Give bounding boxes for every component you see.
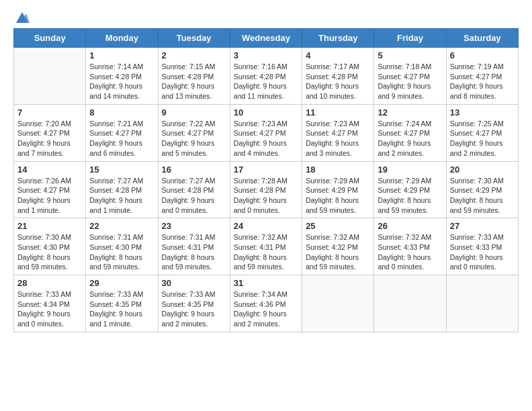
- day-info: Sunrise: 7:33 AM Sunset: 4:35 PM Dayligh…: [162, 289, 226, 329]
- calendar-header-wednesday: Wednesday: [230, 29, 302, 48]
- day-number: 1: [89, 50, 154, 60]
- calendar-week-2: 7Sunrise: 7:20 AM Sunset: 4:27 PM Daylig…: [14, 104, 519, 161]
- calendar-cell: [446, 275, 518, 332]
- calendar-header-saturday: Saturday: [446, 29, 518, 48]
- calendar-cell: 15Sunrise: 7:27 AM Sunset: 4:28 PM Dayli…: [86, 161, 158, 218]
- calendar-cell: [374, 275, 446, 332]
- calendar-cell: 31Sunrise: 7:34 AM Sunset: 4:36 PM Dayli…: [230, 275, 302, 332]
- calendar-cell: 30Sunrise: 7:33 AM Sunset: 4:35 PM Dayli…: [158, 275, 230, 332]
- calendar-week-4: 21Sunrise: 7:30 AM Sunset: 4:30 PM Dayli…: [14, 218, 519, 275]
- day-number: 28: [17, 278, 82, 288]
- day-number: 3: [234, 50, 298, 60]
- calendar-cell: 19Sunrise: 7:29 AM Sunset: 4:29 PM Dayli…: [374, 161, 446, 218]
- calendar-cell: 14Sunrise: 7:26 AM Sunset: 4:27 PM Dayli…: [14, 161, 86, 218]
- day-info: Sunrise: 7:31 AM Sunset: 4:31 PM Dayligh…: [162, 232, 226, 272]
- calendar: SundayMondayTuesdayWednesdayThursdayFrid…: [13, 28, 519, 332]
- calendar-cell: 26Sunrise: 7:32 AM Sunset: 4:33 PM Dayli…: [374, 218, 446, 275]
- day-info: Sunrise: 7:19 AM Sunset: 4:27 PM Dayligh…: [450, 62, 515, 101]
- day-info: Sunrise: 7:31 AM Sunset: 4:30 PM Dayligh…: [89, 232, 154, 272]
- day-number: 6: [450, 50, 515, 60]
- day-info: Sunrise: 7:28 AM Sunset: 4:28 PM Dayligh…: [234, 176, 298, 216]
- calendar-cell: 9Sunrise: 7:22 AM Sunset: 4:27 PM Daylig…: [158, 104, 230, 161]
- calendar-cell: 23Sunrise: 7:31 AM Sunset: 4:31 PM Dayli…: [158, 218, 230, 275]
- calendar-header-thursday: Thursday: [302, 29, 374, 48]
- day-number: 24: [234, 221, 298, 231]
- calendar-header-tuesday: Tuesday: [158, 29, 230, 48]
- calendar-cell: 1Sunrise: 7:14 AM Sunset: 4:28 PM Daylig…: [86, 48, 158, 105]
- logo-icon: [15, 11, 30, 24]
- day-number: 5: [378, 50, 442, 60]
- calendar-cell: 5Sunrise: 7:18 AM Sunset: 4:27 PM Daylig…: [374, 48, 446, 105]
- calendar-cell: [302, 275, 374, 332]
- day-number: 13: [450, 107, 515, 118]
- calendar-cell: 17Sunrise: 7:28 AM Sunset: 4:28 PM Dayli…: [230, 161, 302, 218]
- calendar-cell: 8Sunrise: 7:21 AM Sunset: 4:27 PM Daylig…: [86, 104, 158, 161]
- calendar-header-row: SundayMondayTuesdayWednesdayThursdayFrid…: [14, 29, 519, 48]
- calendar-cell: 18Sunrise: 7:29 AM Sunset: 4:29 PM Dayli…: [302, 161, 374, 218]
- day-number: 2: [162, 50, 226, 60]
- day-info: Sunrise: 7:33 AM Sunset: 4:34 PM Dayligh…: [17, 289, 82, 329]
- day-info: Sunrise: 7:34 AM Sunset: 4:36 PM Dayligh…: [234, 289, 298, 329]
- day-number: 30: [162, 278, 226, 288]
- calendar-cell: 7Sunrise: 7:20 AM Sunset: 4:27 PM Daylig…: [14, 104, 86, 161]
- calendar-cell: 25Sunrise: 7:32 AM Sunset: 4:32 PM Dayli…: [302, 218, 374, 275]
- day-number: 18: [306, 165, 370, 175]
- day-info: Sunrise: 7:21 AM Sunset: 4:27 PM Dayligh…: [89, 119, 154, 158]
- calendar-cell: 10Sunrise: 7:23 AM Sunset: 4:27 PM Dayli…: [230, 104, 302, 161]
- day-number: 22: [89, 221, 154, 231]
- day-info: Sunrise: 7:27 AM Sunset: 4:28 PM Dayligh…: [89, 176, 154, 216]
- day-info: Sunrise: 7:23 AM Sunset: 4:27 PM Dayligh…: [234, 119, 298, 158]
- calendar-cell: 2Sunrise: 7:15 AM Sunset: 4:28 PM Daylig…: [158, 48, 230, 105]
- calendar-cell: 4Sunrise: 7:17 AM Sunset: 4:28 PM Daylig…: [302, 48, 374, 105]
- calendar-week-5: 28Sunrise: 7:33 AM Sunset: 4:34 PM Dayli…: [14, 275, 519, 332]
- day-info: Sunrise: 7:33 AM Sunset: 4:33 PM Dayligh…: [450, 232, 515, 272]
- logo: [13, 13, 30, 24]
- day-number: 10: [234, 107, 298, 118]
- day-number: 9: [162, 107, 226, 118]
- day-number: 7: [17, 107, 82, 118]
- calendar-header-friday: Friday: [374, 29, 446, 48]
- calendar-cell: 12Sunrise: 7:24 AM Sunset: 4:27 PM Dayli…: [374, 104, 446, 161]
- calendar-cell: 29Sunrise: 7:33 AM Sunset: 4:35 PM Dayli…: [86, 275, 158, 332]
- day-info: Sunrise: 7:29 AM Sunset: 4:29 PM Dayligh…: [378, 176, 442, 216]
- day-info: Sunrise: 7:23 AM Sunset: 4:27 PM Dayligh…: [306, 119, 370, 158]
- day-number: 14: [17, 165, 82, 175]
- day-info: Sunrise: 7:30 AM Sunset: 4:30 PM Dayligh…: [17, 232, 82, 272]
- calendar-cell: 24Sunrise: 7:32 AM Sunset: 4:31 PM Dayli…: [230, 218, 302, 275]
- day-info: Sunrise: 7:32 AM Sunset: 4:31 PM Dayligh…: [234, 232, 298, 272]
- day-info: Sunrise: 7:29 AM Sunset: 4:29 PM Dayligh…: [306, 176, 370, 216]
- day-number: 8: [89, 107, 154, 118]
- day-info: Sunrise: 7:32 AM Sunset: 4:32 PM Dayligh…: [306, 232, 370, 272]
- day-number: 15: [89, 165, 154, 175]
- calendar-week-1: 1Sunrise: 7:14 AM Sunset: 4:28 PM Daylig…: [14, 48, 519, 105]
- day-info: Sunrise: 7:26 AM Sunset: 4:27 PM Dayligh…: [17, 176, 82, 216]
- calendar-header-monday: Monday: [86, 29, 158, 48]
- day-info: Sunrise: 7:14 AM Sunset: 4:28 PM Dayligh…: [89, 62, 154, 101]
- day-number: 20: [450, 165, 515, 175]
- day-info: Sunrise: 7:25 AM Sunset: 4:27 PM Dayligh…: [450, 119, 515, 158]
- calendar-week-3: 14Sunrise: 7:26 AM Sunset: 4:27 PM Dayli…: [14, 161, 519, 218]
- calendar-header-sunday: Sunday: [14, 29, 86, 48]
- day-number: 31: [234, 278, 298, 288]
- calendar-cell: 13Sunrise: 7:25 AM Sunset: 4:27 PM Dayli…: [446, 104, 518, 161]
- calendar-cell: 21Sunrise: 7:30 AM Sunset: 4:30 PM Dayli…: [14, 218, 86, 275]
- page-header: [13, 13, 519, 24]
- day-number: 23: [162, 221, 226, 231]
- day-info: Sunrise: 7:15 AM Sunset: 4:28 PM Dayligh…: [162, 62, 226, 101]
- day-number: 11: [306, 107, 370, 118]
- day-number: 16: [162, 165, 226, 175]
- day-info: Sunrise: 7:33 AM Sunset: 4:35 PM Dayligh…: [89, 289, 154, 329]
- day-info: Sunrise: 7:24 AM Sunset: 4:27 PM Dayligh…: [378, 119, 442, 158]
- calendar-cell: [14, 48, 86, 105]
- day-info: Sunrise: 7:30 AM Sunset: 4:29 PM Dayligh…: [450, 176, 515, 216]
- calendar-cell: 27Sunrise: 7:33 AM Sunset: 4:33 PM Dayli…: [446, 218, 518, 275]
- calendar-cell: 6Sunrise: 7:19 AM Sunset: 4:27 PM Daylig…: [446, 48, 518, 105]
- day-info: Sunrise: 7:32 AM Sunset: 4:33 PM Dayligh…: [378, 232, 442, 272]
- calendar-cell: 16Sunrise: 7:27 AM Sunset: 4:28 PM Dayli…: [158, 161, 230, 218]
- day-info: Sunrise: 7:27 AM Sunset: 4:28 PM Dayligh…: [162, 176, 226, 216]
- day-number: 4: [306, 50, 370, 60]
- day-number: 29: [89, 278, 154, 288]
- day-number: 17: [234, 165, 298, 175]
- day-number: 21: [17, 221, 82, 231]
- day-number: 25: [306, 221, 370, 231]
